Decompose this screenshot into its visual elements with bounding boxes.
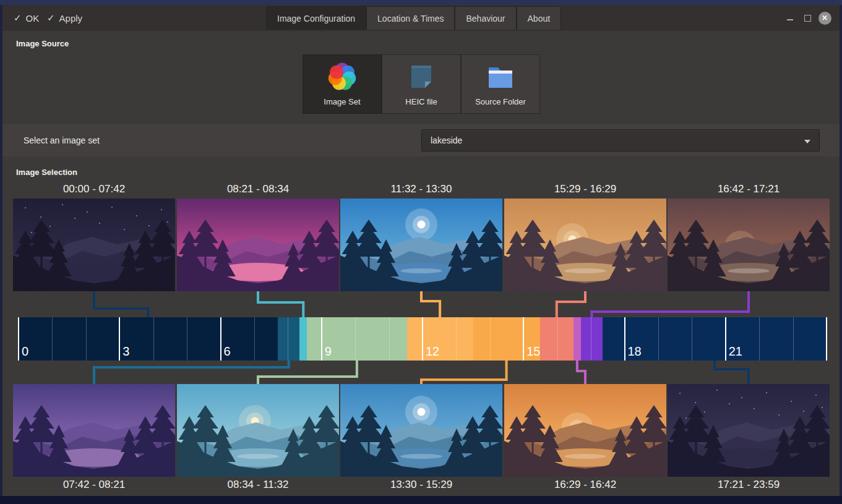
heic-file-button[interactable]: HEIC file [382,54,461,114]
wallpaper-thumbnail-bottom-5[interactable] [668,384,830,477]
minimize-button[interactable] [782,5,798,31]
connector-line-top-5 [591,291,749,317]
timeline-segment-bottom-1[interactable] [278,317,299,361]
timeline-hour-label: 6 [224,344,231,359]
wallpaper-thumbnail-bottom-1[interactable] [13,384,175,477]
connector-line-top-1 [94,291,148,317]
timeline-hour-gridline [187,317,187,361]
chevron-down-icon [804,140,810,143]
timeline-hour-label: 0 [22,344,28,359]
wallpaper-thumbnail-bottom-3[interactable] [340,384,502,477]
tab-location-times[interactable]: Location & Times [366,6,455,30]
wallpaper-thumbnail-top-4[interactable] [504,199,666,291]
timeline-hour-gridline [692,317,692,361]
connector-line-bottom-2 [258,361,357,384]
source-folder-button[interactable]: Source Folder [461,54,540,114]
check-icon: ✓ [47,12,55,23]
timeline-major-gridline [119,317,120,361]
time-range-label-bottom-4: 16:29 - 16:42 [504,479,666,491]
image-set-select-panel: Select an image set lakeside [2,124,840,156]
heic-file-icon [406,62,436,92]
timeline-hour-label: 15 [526,344,540,359]
timeline-segment-top-5[interactable] [581,317,603,361]
timeline-hour-gridline [759,317,760,361]
time-range-label-bottom-3: 13:30 - 15:29 [340,479,502,491]
maximize-icon [804,15,811,22]
timeline-major-gridline [220,317,221,361]
source-folder-icon [486,62,515,92]
wallpaper-thumbnail-top-1[interactable] [13,199,175,291]
wallpaper-thumbnail-top-2[interactable] [177,199,339,291]
wallpaper-thumbnail-top-5[interactable] [668,199,830,291]
timeline-hour-label: 21 [729,344,742,359]
image-set-dropdown[interactable]: lakeside [421,129,820,152]
desktop-background: ✓ OK ✓ Apply Image ConfigurationLocation… [0,0,842,504]
ok-button[interactable]: ✓ OK [14,5,39,31]
desktop-strip-top [0,0,842,5]
timeline-hour-gridline [254,317,255,361]
timeline-hour-gridline [288,317,288,361]
timeline-major-gridline [321,317,322,361]
timeline-major-gridline [18,317,19,361]
time-range-label-bottom-2: 08:34 - 11:32 [177,479,339,491]
wallpaper-thumbnail-bottom-4[interactable] [504,384,666,477]
timeline-hour-gridline [389,317,390,361]
tab-about[interactable]: About [517,6,562,30]
timeline-major-gridline [725,317,726,361]
tab-bar: Image ConfigurationLocation & TimesBehav… [266,6,561,30]
tab-image-configuration[interactable]: Image Configuration [266,6,366,30]
timeline-hour-label: 9 [325,344,332,359]
desktop-strip-bottom [0,496,842,504]
timeline-hour-gridline [52,317,53,361]
connector-line-top-4 [557,291,585,317]
timeline-hour-gridline [86,317,87,361]
timeline-hour-gridline [591,317,591,361]
timeline-hour-gridline [355,317,356,361]
connector-line-bottom-4 [577,361,585,384]
timeline-hour-gridline [456,317,457,361]
source-button-label: HEIC file [405,97,437,106]
image-source-buttons: Image Set HEIC file Source Folder [303,54,540,114]
time-range-label-top-3: 11:32 - 13:30 [340,183,502,195]
timeline-segment-top-1[interactable] [19,317,278,361]
connector-line-bottom-1 [94,361,289,384]
source-button-label: Source Folder [475,97,526,106]
tab-behaviour[interactable]: Behaviour [455,6,516,30]
timeline-segment-top-3[interactable] [407,317,473,361]
timeline-major-gridline [422,317,423,361]
connector-line-bottom-5 [715,361,749,384]
image-set-button[interactable]: Image Set [303,54,382,114]
top-connectors [2,291,840,317]
timeline-hour-gridline [490,317,491,361]
image-source-section-title: Image Source [16,39,69,48]
apply-button[interactable]: ✓ Apply [47,5,82,31]
timeline-segment-bottom-4[interactable] [574,317,581,361]
timeline-hour-gridline [793,317,794,361]
time-range-label-bottom-5: 17:21 - 23:59 [668,479,830,491]
timeline-major-gridline [826,317,827,361]
wallpaper-thumbnail-top-3[interactable] [340,199,502,291]
minimize-icon [787,19,793,20]
connector-line-bottom-3 [421,361,507,384]
timeline-major-gridline [523,317,524,361]
close-icon: ✕ [818,12,831,25]
check-icon: ✓ [14,12,22,23]
time-range-label-top-4: 15:29 - 16:29 [504,183,666,195]
timeline-segment-top-2[interactable] [299,317,307,361]
ok-button-label: OK [26,13,40,23]
close-button[interactable]: ✕ [817,5,833,31]
time-range-label-top-1: 00:00 - 07:42 [13,183,175,195]
timeline-hour-label: 18 [628,344,642,359]
time-range-label-bottom-1: 07:42 - 08:21 [13,479,175,491]
connector-line-top-2 [258,291,303,317]
titlebar: ✓ OK ✓ Apply Image ConfigurationLocation… [2,5,840,31]
timeline-hour-label: 3 [122,344,129,359]
time-range-label-top-2: 08:21 - 08:34 [177,183,339,195]
source-button-label: Image Set [324,97,360,106]
bottom-connectors [2,361,840,384]
image-set-dropdown-value: lakeside [431,135,462,145]
maximize-button[interactable] [799,5,815,31]
app-window: ✓ OK ✓ Apply Image ConfigurationLocation… [2,5,840,496]
image-selection-section-title: Image Selection [16,168,77,177]
wallpaper-thumbnail-bottom-2[interactable] [177,384,339,477]
